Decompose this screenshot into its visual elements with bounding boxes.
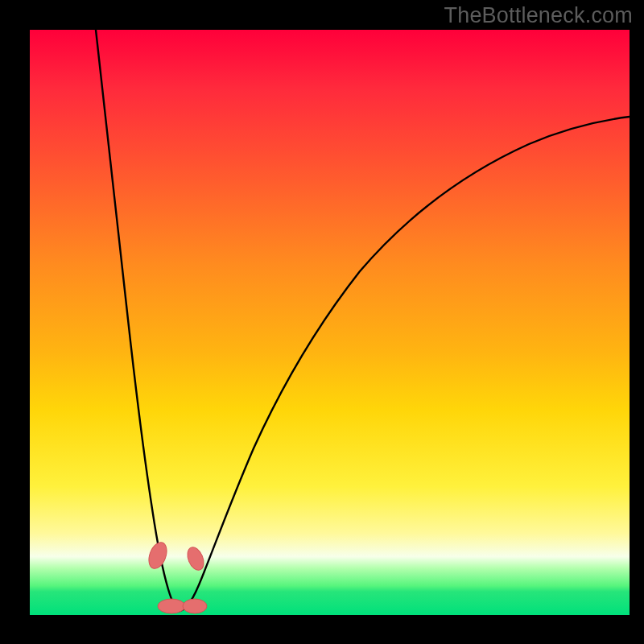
chart-frame: TheBottleneck.com [0, 0, 644, 644]
blob-bottom-right [183, 599, 207, 613]
blob-left-upper [146, 540, 170, 572]
curve-right-branch [180, 117, 630, 611]
watermark-text: TheBottleneck.com [444, 3, 633, 28]
plot-area [30, 30, 630, 615]
curve-layer [30, 30, 630, 615]
blob-bottom-left [158, 599, 185, 613]
annotation-blobs [146, 540, 207, 613]
blob-right-upper [184, 545, 207, 573]
curve-left-branch [96, 30, 180, 611]
